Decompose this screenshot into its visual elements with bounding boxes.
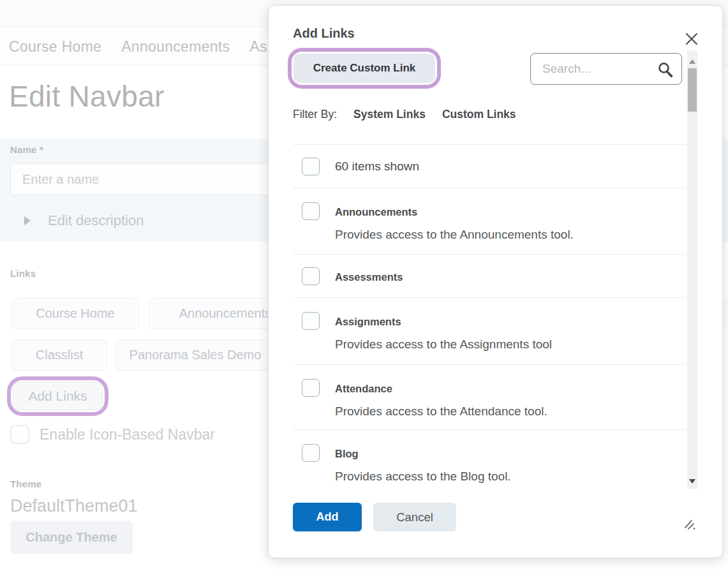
link-title: Assessments [335,267,403,285]
screen: Course Home Announcements Assessments Ed… [0,0,728,578]
filter-system-links[interactable]: System Links [353,108,426,121]
link-title: Blog [335,444,511,461]
links-list: 60 items shown Announcements Provides ac… [293,144,685,489]
scroll-up-icon[interactable] [689,59,695,64]
create-custom-link-highlight-ring: Create Custom Link [288,48,441,89]
list-item: Assessments [293,254,685,297]
checkbox-assessments[interactable] [302,267,320,285]
link-title: Announcements [335,202,574,219]
edit-description-toggle[interactable]: Edit description [10,204,144,237]
link-chip-classlist[interactable]: Classlist [11,339,107,371]
items-shown-text: 60 items shown [335,158,419,175]
dialog-title: Add Links [293,26,355,41]
links-label: Links [10,268,36,279]
enable-icon-navbar-checkbox[interactable] [10,425,29,444]
theme-label: Theme [10,478,41,489]
add-links-highlight-ring: Add Links [7,376,108,416]
filter-by-label: Filter By: [293,108,337,121]
scrollbar-thumb[interactable] [688,68,697,112]
dialog-scrollbar[interactable] [687,50,697,489]
theme-value: DefaultTheme01 [10,496,138,516]
search-icon[interactable] [657,61,674,80]
list-item: Attendance Provides access to the Attend… [293,364,685,429]
link-chip-panorama-sales-demo[interactable]: Panorama Sales Demo [115,339,275,371]
list-item: Blog Provides access to the Blog tool. [293,429,685,489]
filter-bar: Filter By: System Links Custom Links [293,108,516,121]
add-button[interactable]: Add [293,503,362,531]
cancel-button[interactable]: Cancel [373,503,456,531]
name-label: Name * [10,144,43,155]
link-description: Provides access to the Blog tool. [335,468,511,485]
create-custom-link-button[interactable]: Create Custom Link [293,54,435,83]
page-title: Edit Navbar [9,79,165,114]
checkbox-blog[interactable] [302,444,320,462]
link-description: Provides access to the Announcements too… [335,226,574,243]
search-box [530,53,682,85]
change-theme-button[interactable]: Change Theme [10,521,133,554]
add-links-dialog: Add Links Create Custom Link Filter By: … [268,5,723,558]
expand-arrow-icon [24,216,31,225]
list-item: Assignments Provides access to the Assig… [293,297,685,364]
list-item: Announcements Provides access to the Ann… [293,188,685,254]
link-description: Provides access to the Assignments tool [335,336,552,353]
scroll-down-icon[interactable] [689,479,695,484]
enable-icon-navbar-label: Enable Icon-Based Navbar [40,426,215,443]
link-title: Attendance [335,379,547,396]
link-chip-fragment[interactable] [724,298,728,329]
filter-custom-links[interactable]: Custom Links [442,108,516,121]
link-title: Assignments [335,312,552,329]
add-links-button[interactable]: Add Links [13,382,103,410]
checkbox-attendance[interactable] [302,379,320,397]
link-description: Provides access to the Attendance tool. [335,403,547,420]
nav-item-course-home[interactable]: Course Home [9,38,101,56]
link-chip-course-home[interactable]: Course Home [11,298,139,329]
checkbox-announcements[interactable] [302,202,320,220]
close-icon[interactable] [684,31,699,47]
select-all-checkbox[interactable] [302,158,320,175]
list-item-summary: 60 items shown [293,144,685,188]
nav-item-announcements[interactable]: Announcements [121,38,230,56]
resize-handle-icon[interactable] [683,519,696,534]
edit-description-label: Edit description [48,212,144,229]
search-input[interactable] [531,54,657,84]
checkbox-assignments[interactable] [302,312,320,330]
